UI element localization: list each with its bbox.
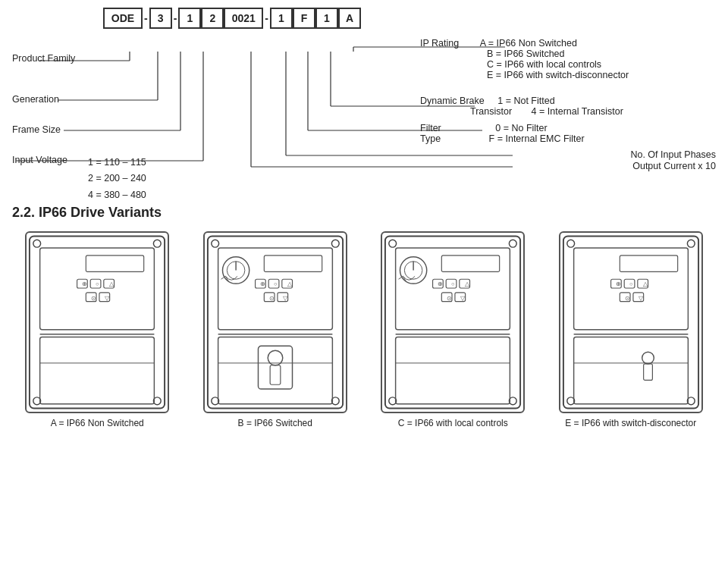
svg-rect-59 xyxy=(218,337,332,404)
variant-e-label: E = IP66 with switch-disconector xyxy=(565,418,696,428)
svg-point-65 xyxy=(389,240,397,247)
svg-rect-73 xyxy=(442,256,500,272)
svg-rect-105 xyxy=(573,337,688,404)
svg-text:○: ○ xyxy=(96,281,99,287)
svg-point-20 xyxy=(154,240,162,247)
svg-rect-93 xyxy=(620,256,677,272)
svg-rect-87 xyxy=(563,236,698,408)
svg-text:○: ○ xyxy=(274,281,278,287)
drive-variants-container: ⊕ ○ △ ⊙ ▽ A = IP66 Non Switched xyxy=(12,231,716,428)
svg-text:⊕: ⊕ xyxy=(616,281,621,287)
diagram-wrapper: Product Family Generation Frame Size Inp… xyxy=(12,32,716,191)
svg-point-106 xyxy=(642,352,654,364)
pn-0021: 0021 xyxy=(224,8,263,29)
variant-b: ⊕ ○ △ ⊙ ▽ B = IP66 Switched xyxy=(190,231,361,428)
svg-text:⊙: ⊙ xyxy=(447,295,452,302)
svg-rect-64 xyxy=(385,236,520,408)
iv-4: 4 = 380 – 480 xyxy=(88,187,146,203)
svg-point-89 xyxy=(687,240,695,247)
svg-text:⊕: ⊕ xyxy=(260,281,265,287)
part-number-section: ODE - 3 - 1 2 0021 - 1 F 1 A xyxy=(12,8,716,191)
svg-rect-107 xyxy=(643,364,652,381)
label-ip-rating: IP Rating A = IP66 Non Switched B = IP66… xyxy=(420,38,716,80)
pn-F: F xyxy=(293,8,315,29)
svg-text:△: △ xyxy=(109,281,115,287)
label-dynamic-brake: Dynamic Brake 1 = Not Fitted Transistor … xyxy=(420,96,716,117)
svg-rect-92 xyxy=(573,248,688,330)
svg-rect-47 xyxy=(264,256,322,272)
svg-point-40 xyxy=(331,240,339,247)
iv-2: 2 = 200 – 240 xyxy=(88,171,146,187)
svg-text:▽: ▽ xyxy=(639,295,644,302)
pn-1b: 1 xyxy=(270,8,293,29)
input-voltage-values: 1 = 110 – 115 2 = 200 – 240 4 = 380 – 48… xyxy=(88,155,146,203)
drive-image-e: ⊕ ○ △ ⊙ ▽ xyxy=(559,231,703,413)
drive-image-c: ⊕ ○ △ ⊙ ▽ xyxy=(381,231,525,413)
svg-rect-60 xyxy=(258,346,292,389)
svg-text:○: ○ xyxy=(451,281,455,287)
svg-point-88 xyxy=(567,240,575,247)
pn-1c: 1 xyxy=(315,8,338,29)
svg-point-44 xyxy=(222,257,249,284)
label-product-family: Product Family xyxy=(12,53,75,64)
svg-text:⊕: ⊕ xyxy=(438,281,444,287)
variant-a-label: A = IP66 Non Switched xyxy=(51,418,144,428)
svg-text:△: △ xyxy=(465,281,470,287)
svg-point-70 xyxy=(400,257,427,284)
label-input-voltage: Input Voltage xyxy=(12,155,67,165)
svg-text:△: △ xyxy=(287,281,292,287)
svg-text:⊕: ⊕ xyxy=(83,281,88,287)
svg-rect-36 xyxy=(40,337,155,404)
pn-sep1: - xyxy=(143,12,149,24)
pn-sep2: - xyxy=(172,12,179,24)
svg-text:⊙: ⊙ xyxy=(269,295,275,302)
svg-rect-38 xyxy=(208,236,343,408)
label-filter-type: Filter 0 = No Filter Type F = Internal E… xyxy=(420,123,716,144)
label-frame-size: Frame Size xyxy=(12,124,61,135)
svg-rect-85 xyxy=(396,337,510,404)
pn-3: 3 xyxy=(149,8,172,29)
svg-text:△: △ xyxy=(642,281,648,287)
variant-a: ⊕ ○ △ ⊙ ▽ A = IP66 Non Switched xyxy=(12,231,183,428)
drive-image-b: ⊕ ○ △ ⊙ ▽ xyxy=(203,231,347,413)
pn-ode: ODE xyxy=(103,8,143,29)
label-no-input-phases: No. Of Input Phases xyxy=(504,149,716,160)
svg-text:⊙: ⊙ xyxy=(625,295,630,302)
svg-rect-23 xyxy=(40,248,155,330)
variant-c: ⊕ ○ △ ⊙ ▽ C = IP66 with local controls xyxy=(368,231,538,428)
svg-text:⊙: ⊙ xyxy=(91,295,96,302)
pn-1: 1 xyxy=(178,8,201,29)
label-generation: Generation xyxy=(12,94,59,105)
part-number-boxes: ODE - 3 - 1 2 0021 - 1 F 1 A xyxy=(103,8,716,29)
svg-point-66 xyxy=(510,240,517,247)
svg-text:▽: ▽ xyxy=(105,295,110,302)
svg-text:▽: ▽ xyxy=(460,295,466,302)
pn-2: 2 xyxy=(201,8,224,29)
svg-rect-24 xyxy=(86,256,144,272)
svg-point-39 xyxy=(212,240,219,247)
variant-c-label: C = IP66 with local controls xyxy=(398,418,508,428)
svg-rect-18 xyxy=(30,236,165,408)
svg-rect-62 xyxy=(270,365,281,384)
svg-text:▽: ▽ xyxy=(283,295,288,302)
drive-image-a: ⊕ ○ △ ⊙ ▽ xyxy=(25,231,169,413)
variant-e: ⊕ ○ △ ⊙ ▽ E = IP66 with switch-disconect… xyxy=(546,231,717,428)
svg-rect-43 xyxy=(218,248,332,330)
iv-1: 1 = 110 – 115 xyxy=(88,155,146,171)
variant-b-label: B = IP66 Switched xyxy=(238,418,312,428)
svg-point-19 xyxy=(33,240,41,247)
label-output-current: Output Current x 10 xyxy=(504,161,716,171)
svg-rect-69 xyxy=(396,248,510,330)
pn-A: A xyxy=(338,8,361,29)
pn-sep3: - xyxy=(263,12,270,24)
svg-text:○: ○ xyxy=(629,281,633,287)
section-heading-ip66: 2.2. IP66 Drive Variants xyxy=(12,205,716,221)
